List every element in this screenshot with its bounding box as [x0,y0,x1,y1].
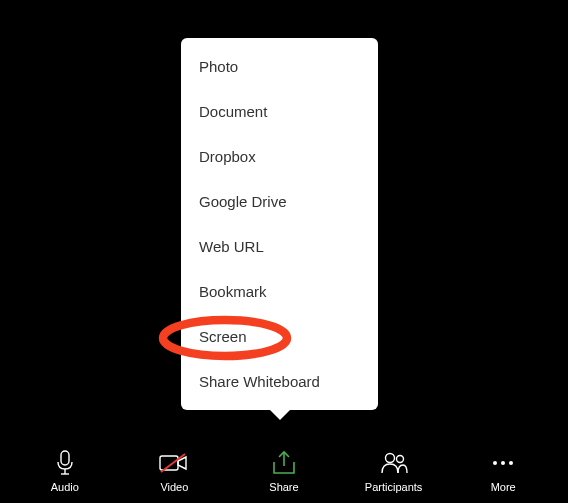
microphone-icon [55,449,75,477]
svg-rect-1 [61,451,69,465]
menu-item-google-drive[interactable]: Google Drive [181,179,378,224]
video-button[interactable]: Video [134,449,214,493]
svg-line-5 [161,454,185,472]
more-button[interactable]: More [463,449,543,493]
svg-point-8 [396,456,403,463]
participants-icon [379,449,409,477]
svg-point-11 [509,461,513,465]
svg-point-7 [385,454,394,463]
audio-label: Audio [51,481,79,493]
svg-point-10 [501,461,505,465]
menu-item-dropbox[interactable]: Dropbox [181,134,378,179]
svg-point-9 [493,461,497,465]
share-menu: Photo Document Dropbox Google Drive Web … [181,38,378,410]
more-icon [490,449,516,477]
more-label: More [491,481,516,493]
menu-item-photo[interactable]: Photo [181,38,378,89]
audio-button[interactable]: Audio [25,449,105,493]
participants-label: Participants [365,481,422,493]
video-label: Video [160,481,188,493]
share-button[interactable]: Share [244,449,324,493]
menu-item-document[interactable]: Document [181,89,378,134]
menu-item-bookmark[interactable]: Bookmark [181,269,378,314]
svg-rect-4 [160,456,178,470]
share-label: Share [269,481,298,493]
meeting-toolbar: Audio Video Share [0,433,568,493]
participants-button[interactable]: Participants [354,449,434,493]
share-icon [271,449,297,477]
menu-item-web-url[interactable]: Web URL [181,224,378,269]
video-off-icon [158,449,190,477]
menu-item-screen[interactable]: Screen [181,314,378,359]
menu-item-share-whiteboard[interactable]: Share Whiteboard [181,359,378,410]
